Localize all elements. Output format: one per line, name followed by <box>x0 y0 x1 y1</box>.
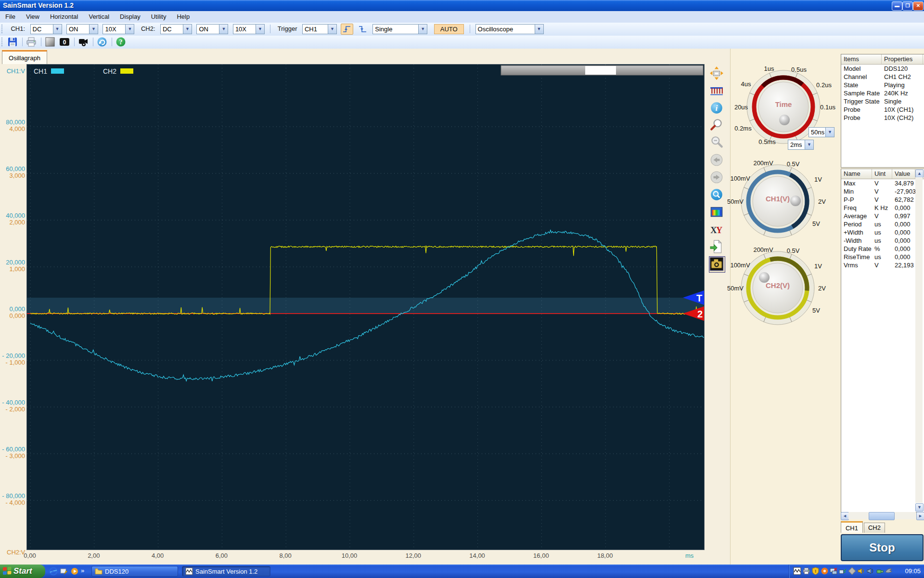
ch2-on-select[interactable]: ON▼ <box>196 24 228 34</box>
minimize-button[interactable]: ▬ <box>892 1 902 11</box>
taskbar-clock[interactable]: 09:05 <box>905 567 921 575</box>
usb-device-tray-icon[interactable] <box>875 567 884 575</box>
chevron-down-icon: ▼ <box>256 25 264 34</box>
falling-edge-button[interactable] <box>357 24 369 35</box>
time-fine-select[interactable]: 50ns▼ <box>808 127 834 137</box>
menu-item-help[interactable]: Help <box>171 11 195 20</box>
firewall-tray-icon[interactable] <box>821 567 829 575</box>
status-diamond-tray-icon[interactable] <box>848 567 856 575</box>
maximize-button[interactable]: ❐ <box>902 1 913 11</box>
time-base-select[interactable]: 2ms▼ <box>788 140 814 150</box>
zoom-out-icon[interactable] <box>709 135 725 151</box>
menu-item-horizontal[interactable]: Horizontal <box>45 11 84 20</box>
ch1-probe-select[interactable]: 10X▼ <box>103 24 134 34</box>
background-icon[interactable] <box>45 37 56 47</box>
scroll-down-button[interactable]: ▼ <box>915 503 924 512</box>
instrument-select[interactable]: Oscilloscope▼ <box>475 24 544 34</box>
print-icon[interactable] <box>26 37 38 47</box>
knob-scale-label: 0.2us <box>816 81 832 89</box>
ch2-coupling-select[interactable]: DC▼ <box>160 24 192 34</box>
export-icon[interactable] <box>709 239 725 255</box>
quick-launch-overflow-chevron[interactable]: » <box>81 567 84 574</box>
menu-item-display[interactable]: Display <box>115 11 146 20</box>
toolbar-grip[interactable] <box>1 25 4 33</box>
measure-cell: -Width <box>841 236 872 245</box>
rising-edge-button[interactable] <box>341 24 353 35</box>
search-icon[interactable] <box>709 187 725 203</box>
volume-tray-icon[interactable] <box>857 567 865 575</box>
menu-item-vertical[interactable]: Vertical <box>83 11 115 20</box>
wireless-tray-icon[interactable] <box>839 567 847 575</box>
media-player-icon[interactable] <box>70 567 79 576</box>
trigger-source-select[interactable]: CH1▼ <box>302 24 337 34</box>
ch2-volts-knob[interactable]: CH2(V)200mV0.5V100mV1V50mV2V5V <box>730 244 826 332</box>
ch1-volts-knob[interactable]: CH1(V)200mV0.5V100mV1V50mV2V5V <box>730 157 826 246</box>
x-axis-tick: 4,00 <box>141 552 175 559</box>
folder-icon <box>95 567 103 575</box>
close-button[interactable]: ✕ <box>913 1 924 11</box>
zoom-in-icon[interactable] <box>709 118 725 133</box>
vertical-scrollbar-track[interactable] <box>915 177 923 503</box>
taskbar-button-dds120[interactable]: DDS120 <box>91 566 178 577</box>
security-shield-tray-icon[interactable]: ! <box>811 567 820 575</box>
properties-header: Properties <box>882 54 923 64</box>
trigger-mode-select[interactable]: Single▼ <box>372 24 427 34</box>
save-icon[interactable] <box>7 37 19 47</box>
forward-icon[interactable] <box>709 170 725 185</box>
ruler-icon[interactable] <box>709 83 725 99</box>
scope-app-tray-icon[interactable] <box>793 567 801 575</box>
audio-device-tray-icon[interactable] <box>866 567 874 575</box>
x-axis-tick: 0,00 <box>13 552 47 559</box>
chevron-down-icon: ▼ <box>805 140 813 149</box>
stop-button[interactable]: Stop <box>841 534 924 561</box>
menu-item-file[interactable]: File <box>0 11 21 20</box>
palette-icon[interactable] <box>709 205 725 220</box>
waveform-canvas[interactable]: T2CH1CH2 <box>27 65 704 550</box>
bottom-tab-ch1[interactable]: CH1 <box>841 521 863 533</box>
internet-explorer-icon[interactable]: e <box>49 567 58 576</box>
antivirus-tray-icon[interactable] <box>885 567 893 575</box>
record-icon[interactable] <box>78 37 90 47</box>
horizontal-scrollbar-track[interactable] <box>848 512 916 519</box>
xy-icon[interactable]: XY <box>709 222 725 237</box>
ch1-on-select[interactable]: ON▼ <box>66 24 98 34</box>
time-knob[interactable]: Time1us0.5us4us0.2us20us0.1us0.2ms0.5ms <box>735 63 832 151</box>
plot-pan-thumb[interactable] <box>585 66 616 75</box>
ch2-probe-select[interactable]: 10X▼ <box>233 24 265 34</box>
toolbar-separator <box>74 38 75 46</box>
measure-cell: Duty Rate <box>841 245 872 253</box>
toolbar-separator <box>22 38 23 46</box>
scroll-up-button[interactable]: ▲ <box>915 170 924 178</box>
scrollbar-thumb[interactable] <box>869 512 895 520</box>
svg-text:Y: Y <box>716 225 722 235</box>
bottom-tab-ch2[interactable]: CH2 <box>864 523 885 533</box>
counter-icon[interactable]: 0 <box>59 37 71 47</box>
info-icon[interactable]: i <box>709 101 725 116</box>
camera-icon[interactable] <box>709 257 725 272</box>
show-desktop-icon[interactable] <box>60 567 68 576</box>
measure-cell: V <box>872 212 892 220</box>
menu-item-utility[interactable]: Utility <box>146 11 172 20</box>
back-icon[interactable] <box>709 153 725 168</box>
auto-button[interactable]: AUTO <box>434 24 464 34</box>
pan-icon[interactable] <box>709 66 725 81</box>
network-offline-tray-icon[interactable] <box>830 567 838 575</box>
help-icon[interactable]: ? <box>116 37 127 47</box>
print-spooler-tray-icon[interactable] <box>802 567 810 575</box>
measure-cell: P-P <box>841 196 872 204</box>
chevron-down-icon: ▼ <box>535 25 543 34</box>
properties-cell: CH1 CH2 <box>882 73 923 81</box>
refresh-icon[interactable] <box>97 37 108 47</box>
oscilloscope-plot[interactable]: T2CH1CH2 <box>26 64 705 550</box>
start-button[interactable]: Start <box>0 565 45 578</box>
menu-item-view[interactable]: View <box>21 11 45 20</box>
file-toolbar: 0? <box>0 36 924 49</box>
scroll-right-button[interactable]: ► <box>916 512 924 520</box>
ch1-coupling-select[interactable]: DC▼ <box>30 24 62 34</box>
properties-cell: Probe <box>841 114 882 122</box>
measure-cell: 0,000 <box>892 220 915 228</box>
x-axis-tick: 12,00 <box>397 552 430 559</box>
taskbar-button-sainsmart[interactable]: SainSmart Version 1.2 <box>182 566 270 577</box>
scroll-left-button[interactable]: ◄ <box>841 512 849 520</box>
tab-osillagraph[interactable]: Osillagraph <box>2 50 47 64</box>
